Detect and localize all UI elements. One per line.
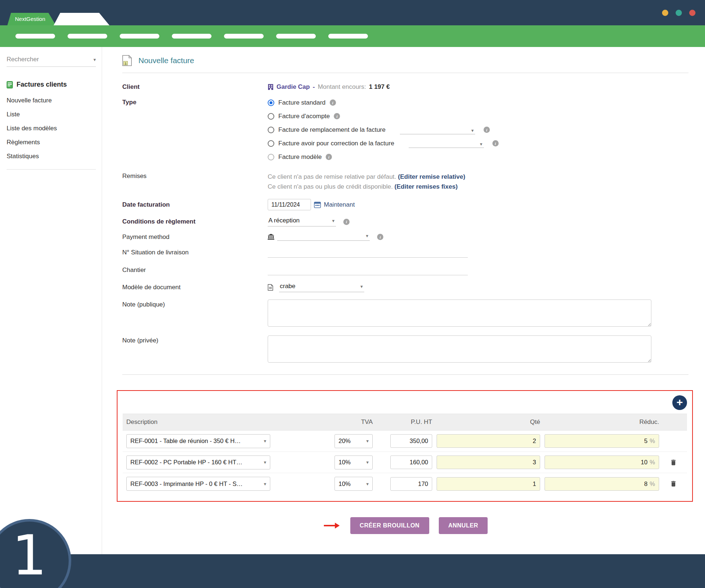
delete-line-button[interactable] <box>669 479 678 488</box>
payment-terms-select[interactable]: A réception ▾ <box>268 217 336 226</box>
quantity-input[interactable]: 2 <box>437 434 540 448</box>
cancel-button[interactable]: ANNULER <box>439 517 488 534</box>
info-icon[interactable]: i <box>377 234 383 240</box>
nav-pill[interactable] <box>224 34 264 39</box>
product-select[interactable]: REF-0003 - Imprimante HP - 0 € HT - S… ▾ <box>126 477 270 491</box>
tva-select[interactable]: 10% ▾ <box>335 455 373 469</box>
unit-price-input[interactable]: 160,00 <box>390 455 432 469</box>
date-input[interactable] <box>268 199 311 210</box>
chevron-down-icon: ▾ <box>360 284 363 289</box>
field-payment-terms: Conditions de règlement A réception ▾ i <box>122 217 688 226</box>
chantier-input[interactable] <box>268 265 468 275</box>
discount-input[interactable]: 8 % <box>545 477 659 491</box>
field-remises: Remises Ce client n'a pas de remise rela… <box>122 172 688 192</box>
type-option-remplacement: Facture de remplacement de la facture ▾ … <box>268 123 688 137</box>
note-private-textarea[interactable] <box>268 335 651 363</box>
sidebar-item-liste-des-modeles[interactable]: Liste des modèles <box>7 121 96 135</box>
chevron-down-icon: ▾ <box>264 481 266 487</box>
main-content: $ Nouvelle facture Client Gardie Cap - M… <box>102 47 705 554</box>
radio-facture-standard[interactable] <box>268 99 274 106</box>
radio-facture-remplacement[interactable] <box>268 127 274 133</box>
close-icon[interactable] <box>689 10 695 16</box>
field-delivery-situation: N° Situation de livraison <box>122 247 688 258</box>
add-line-button[interactable]: + <box>672 395 687 410</box>
payment-method-select[interactable]: ▾ <box>277 233 370 241</box>
form-actions: CRÉER BROUILLON ANNULER <box>122 517 688 545</box>
discount-input[interactable]: 10 % <box>545 455 659 469</box>
discount-input[interactable]: 5 % <box>545 434 659 448</box>
product-select[interactable]: REF-0002 - PC Portable HP - 160 € HT… ▾ <box>126 455 270 469</box>
doc-model-label: Modèle de document <box>122 284 268 291</box>
nav-pill[interactable] <box>68 34 107 39</box>
info-icon[interactable]: i <box>330 99 336 106</box>
date-label: Date facturation <box>122 201 268 208</box>
lines-table-header: Description TVA P.U. HT Qté Réduc. <box>123 414 687 431</box>
search-placeholder: Rechercher <box>7 56 39 63</box>
field-note-private: Note (privée) <box>122 335 688 363</box>
nav-pill[interactable] <box>172 34 212 39</box>
quantity-input[interactable]: 1 <box>437 477 540 491</box>
info-icon[interactable]: i <box>343 219 350 225</box>
avoir-invoice-select[interactable]: ▾ <box>409 139 484 148</box>
maximize-icon[interactable] <box>676 10 682 16</box>
tva-select[interactable]: 20% ▾ <box>335 434 373 448</box>
tva-select[interactable]: 10% ▾ <box>335 477 373 491</box>
unit-price-input[interactable]: 350,00 <box>390 434 432 448</box>
delivery-situation-label: N° Situation de livraison <box>122 249 268 256</box>
info-icon[interactable]: i <box>492 140 499 146</box>
product-select-value: REF-0002 - PC Portable HP - 160 € HT… <box>130 459 242 466</box>
sidebar-item-nouvelle-facture[interactable]: Nouvelle facture <box>7 94 96 108</box>
nav-pill[interactable] <box>15 34 55 39</box>
minimize-icon[interactable] <box>662 10 668 16</box>
sidebar-item-statistiques[interactable]: Statistiques <box>7 149 96 163</box>
page-title: Nouvelle facture <box>138 56 194 65</box>
sidebar-item-liste[interactable]: Liste <box>7 108 96 121</box>
unit-price-input[interactable]: 170 <box>390 477 432 491</box>
payment-terms-value: A réception <box>268 217 300 224</box>
search-input[interactable]: Rechercher ▾ <box>7 56 96 67</box>
percent-suffix: % <box>650 438 655 444</box>
radio-facture-modele[interactable] <box>268 154 274 160</box>
tva-select-value: 10% <box>339 480 351 487</box>
step-number: 1 <box>12 523 47 587</box>
section-divider <box>122 374 688 375</box>
discount-value: 10 <box>641 459 647 466</box>
note-public-textarea[interactable] <box>268 300 651 327</box>
radio-label: Facture d'acompte <box>278 113 330 120</box>
app-tab-nextgestion[interactable]: NextGestion <box>7 13 56 25</box>
field-chantier: Chantier <box>122 265 688 275</box>
sidebar-section-factures-clients[interactable]: Factures clients <box>7 81 96 88</box>
chevron-down-icon: ▾ <box>264 460 266 465</box>
info-icon[interactable]: i <box>326 154 332 160</box>
sidebar-item-reglements[interactable]: Règlements <box>7 135 96 149</box>
nav-pill[interactable] <box>120 34 159 39</box>
nav-pill[interactable] <box>328 34 368 39</box>
product-select[interactable]: REF-0001 - Table de réunion - 350 € H… ▾ <box>126 434 270 448</box>
edit-remises-fixes-link[interactable]: (Editer remises fixes) <box>394 183 458 190</box>
blank-tab[interactable] <box>54 13 109 25</box>
client-link[interactable]: Gardie Cap <box>276 83 310 91</box>
delivery-situation-input[interactable] <box>268 247 468 258</box>
info-icon[interactable]: i <box>334 113 340 119</box>
delete-line-button[interactable] <box>669 458 678 467</box>
info-icon[interactable]: i <box>484 127 490 133</box>
radio-label: Facture de remplacement de la facture <box>278 126 386 134</box>
chevron-down-icon: ▾ <box>366 460 369 465</box>
document-icon <box>268 284 273 291</box>
create-draft-button[interactable]: CRÉER BROUILLON <box>350 517 429 534</box>
quantity-input[interactable]: 3 <box>437 455 540 469</box>
note-public-label: Note (publique) <box>122 300 268 308</box>
sidebar-section-title: Factures clients <box>17 81 67 88</box>
field-doc-model: Modèle de document crabe ▾ <box>122 283 688 292</box>
remplacement-invoice-select[interactable]: ▾ <box>400 126 475 134</box>
date-now-link[interactable]: Maintenant <box>324 201 355 208</box>
invoice-green-icon <box>7 81 13 88</box>
radio-facture-avoir[interactable] <box>268 140 274 147</box>
edit-remise-relative-link[interactable]: (Editer remise relative) <box>398 173 465 180</box>
calendar-icon[interactable] <box>314 201 321 208</box>
doc-model-value: crabe <box>280 283 296 290</box>
radio-facture-acompte[interactable] <box>268 113 274 120</box>
doc-model-select[interactable]: crabe ▾ <box>279 283 364 292</box>
payment-method-label: Payment method <box>122 233 268 241</box>
nav-pill[interactable] <box>276 34 316 39</box>
